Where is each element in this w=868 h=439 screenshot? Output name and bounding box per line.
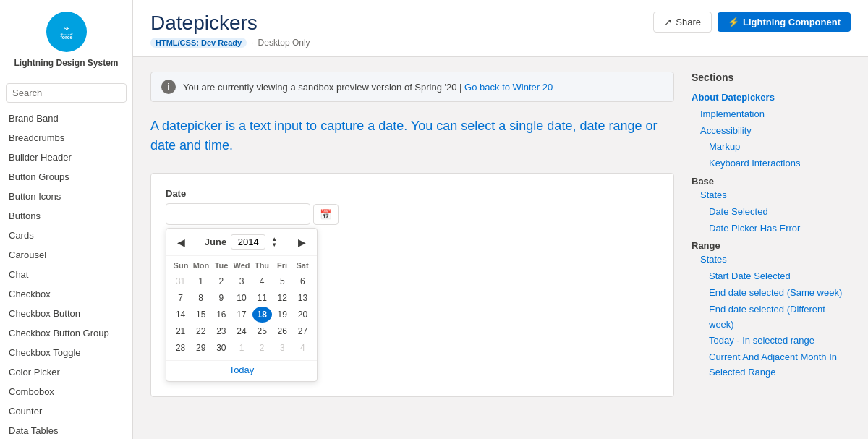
section-link[interactable]: End date selected (Different week) <box>692 302 851 333</box>
lightning-component-button[interactable]: ⚡ Lightning Component <box>718 12 851 32</box>
cal-day[interactable]: 23 <box>211 323 231 339</box>
datepicker-label: Date <box>166 188 659 199</box>
page-meta: HTML/CSS: Dev Ready · Desktop Only <box>150 38 310 48</box>
alert-link[interactable]: Go back to Winter 20 <box>464 82 553 93</box>
cal-day[interactable]: 4 <box>293 340 312 356</box>
cal-day[interactable]: 24 <box>231 323 251 339</box>
cal-day[interactable]: 21 <box>171 323 190 339</box>
section-link[interactable]: States <box>692 252 851 268</box>
content-area: i You are currently viewing a sandbox pr… <box>150 72 674 397</box>
cal-day[interactable]: 4 <box>252 273 272 289</box>
section-link[interactable]: About Datepickers <box>692 90 851 106</box>
sidebar-item-button-icons[interactable]: Button Icons <box>0 187 132 206</box>
section-link[interactable]: Start Date Selected <box>692 269 851 284</box>
sidebar-item-builder-header[interactable]: Builder Header <box>0 148 132 167</box>
calendar-next-button[interactable]: ▶ <box>294 235 310 250</box>
cal-day[interactable]: 1 <box>191 273 210 289</box>
sidebar-item-combobox[interactable]: Combobox <box>0 382 132 401</box>
search-container <box>0 77 132 106</box>
cal-day[interactable]: 11 <box>252 290 272 306</box>
cal-day[interactable]: 1 <box>231 340 251 356</box>
year-down-button[interactable]: ▼ <box>270 242 278 248</box>
section-link[interactable]: End date selected (Same week) <box>692 286 851 301</box>
datepicker-demo: Date 📅 ◀ June <box>150 173 674 397</box>
cal-day[interactable]: 8 <box>191 290 210 306</box>
description-text: A datepicker is a text input to capture … <box>150 116 674 155</box>
datepicker-input[interactable] <box>166 203 310 225</box>
sidebar-item-counter[interactable]: Counter <box>0 401 132 421</box>
section-item: Markup <box>692 140 851 155</box>
cal-day[interactable]: 29 <box>191 340 210 356</box>
cal-day[interactable]: 30 <box>211 340 231 356</box>
cal-day[interactable]: 31 <box>171 273 190 289</box>
cal-day[interactable]: 5 <box>273 273 292 289</box>
sidebar-item-color-picker[interactable]: Color Picker <box>0 362 132 382</box>
section-item: Keyboard Interactions <box>692 156 851 171</box>
meta-badge-1: HTML/CSS: Dev Ready <box>150 38 247 48</box>
search-input[interactable] <box>6 83 127 103</box>
calendar-year-input[interactable] <box>231 234 265 250</box>
svg-text:SF: SF <box>63 26 69 31</box>
cal-day-name-sat: Sat <box>292 259 312 272</box>
cal-day[interactable]: 16 <box>211 307 231 323</box>
cal-day[interactable]: 22 <box>191 323 210 339</box>
cal-day[interactable]: 18 <box>252 307 272 323</box>
cal-day[interactable]: 9 <box>211 290 231 306</box>
cal-day[interactable]: 20 <box>293 307 312 323</box>
share-button[interactable]: ↗ Share <box>653 12 712 33</box>
sidebar-item-checkbox-toggle[interactable]: Checkbox Toggle <box>0 343 132 362</box>
section-item: Start Date Selected <box>692 269 851 284</box>
cal-day[interactable]: 28 <box>171 340 190 356</box>
section-link[interactable]: Accessibility <box>692 124 851 139</box>
datepicker-calendar-button[interactable]: 📅 <box>313 204 339 225</box>
sidebar-item-checkbox-button[interactable]: Checkbox Button <box>0 304 132 323</box>
calendar-month: June <box>205 236 226 247</box>
sidebar-item-breadcrumbs[interactable]: Breadcrumbs <box>0 128 132 148</box>
section-item: Date Picker Has Error <box>692 221 851 236</box>
sidebar-item-carousel[interactable]: Carousel <box>0 245 132 265</box>
sidebar-item-button-groups[interactable]: Button Groups <box>0 167 132 187</box>
section-link[interactable]: Date Selected <box>692 205 851 220</box>
cal-day-name-sun: Sun <box>171 259 191 272</box>
calendar-prev-button[interactable]: ◀ <box>174 235 189 250</box>
logo-area: sales force SF Lightning Design System <box>0 0 132 77</box>
cal-day[interactable]: 27 <box>293 323 312 339</box>
cal-day[interactable]: 13 <box>293 290 312 306</box>
cal-day[interactable]: 15 <box>191 307 210 323</box>
sidebar-item-data-tables[interactable]: Data Tables <box>0 421 132 439</box>
cal-day[interactable]: 10 <box>231 290 251 306</box>
today-link[interactable]: Today <box>229 365 255 375</box>
sidebar-item-brand-band[interactable]: Brand Band <box>0 108 132 128</box>
section-item: Date Selected <box>692 205 851 220</box>
sidebar-item-buttons[interactable]: Buttons <box>0 206 132 226</box>
cal-day[interactable]: 17 <box>231 307 251 323</box>
sidebar-item-checkbox[interactable]: Checkbox <box>0 284 132 304</box>
cal-day[interactable]: 14 <box>171 307 190 323</box>
cal-day[interactable]: 2 <box>252 340 272 356</box>
sidebar-item-chat[interactable]: Chat <box>0 265 132 284</box>
header-left: Datepickers HTML/CSS: Dev Ready · Deskto… <box>150 12 310 48</box>
calendar-header: ◀ June ▲ ▼ ▶ <box>166 229 317 256</box>
section-link[interactable]: Current And Adjacent Month In Selected R… <box>692 350 851 380</box>
cal-day[interactable]: 7 <box>171 290 190 306</box>
section-link[interactable]: Today - In selected range <box>692 333 851 349</box>
section-item: States <box>692 188 851 203</box>
cal-day[interactable]: 12 <box>273 290 292 306</box>
sidebar-item-checkbox-button-group[interactable]: Checkbox Button Group <box>0 323 132 343</box>
cal-day[interactable]: 26 <box>273 323 292 339</box>
cal-day[interactable]: 3 <box>231 273 251 289</box>
cal-day[interactable]: 25 <box>252 323 272 339</box>
section-link[interactable]: Implementation <box>692 107 851 122</box>
section-link[interactable]: Keyboard Interactions <box>692 156 851 171</box>
cal-day[interactable]: 3 <box>273 340 292 356</box>
salesforce-logo: sales force SF <box>46 12 87 52</box>
sidebar-item-cards[interactable]: Cards <box>0 226 132 245</box>
nav-list: Brand BandBreadcrumbsBuilder HeaderButto… <box>0 106 132 439</box>
section-link[interactable]: Markup <box>692 140 851 155</box>
cal-day[interactable]: 19 <box>273 307 292 323</box>
cal-day[interactable]: 2 <box>211 273 231 289</box>
section-item: End date selected (Same week) <box>692 286 851 301</box>
section-link[interactable]: Date Picker Has Error <box>692 221 851 236</box>
cal-day[interactable]: 6 <box>293 273 312 289</box>
section-link[interactable]: States <box>692 188 851 203</box>
